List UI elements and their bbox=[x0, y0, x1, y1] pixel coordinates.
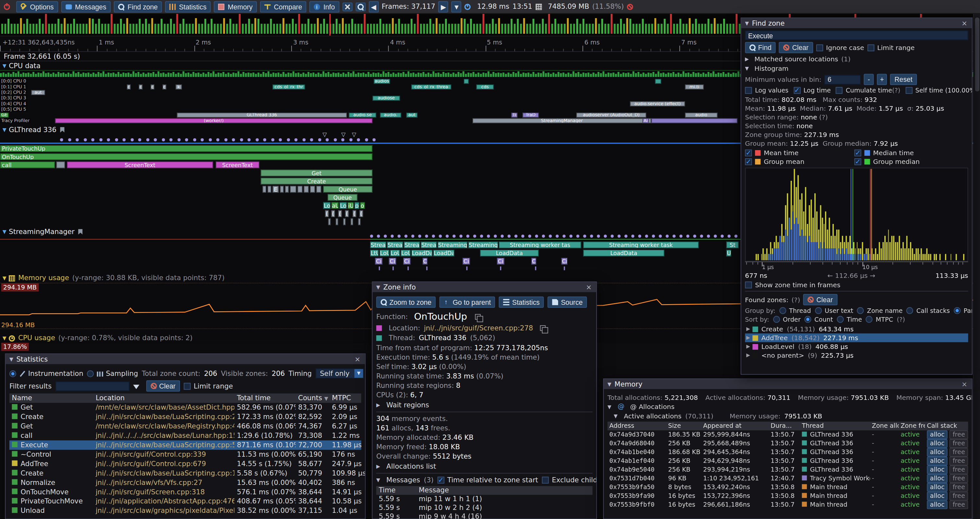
message-dot[interactable] bbox=[645, 235, 648, 238]
message-dot[interactable] bbox=[318, 138, 321, 142]
zoom-search-button[interactable] bbox=[355, 2, 366, 11]
message-dot[interactable] bbox=[263, 138, 266, 142]
pin-icon[interactable] bbox=[60, 127, 65, 133]
statistics-button[interactable]: Statistics bbox=[499, 297, 544, 308]
zone-bar[interactable]: cds bbox=[476, 85, 494, 89]
message-dot[interactable] bbox=[404, 235, 407, 238]
cpu-data-section-header[interactable]: ▼ CPU data bbox=[3, 62, 41, 70]
frame-dropdown-button[interactable]: ▼ bbox=[452, 1, 461, 12]
zone-bar[interactable]: c bbox=[162, 85, 166, 89]
message-dot[interactable] bbox=[652, 235, 655, 238]
find-zone-titlebar[interactable]: ▼ Find zone × bbox=[741, 18, 972, 28]
collapse-icon[interactable]: ▼ bbox=[376, 284, 380, 290]
sampling-radio[interactable]: Sampling bbox=[87, 369, 138, 377]
found-zone-group[interactable]: ▶ Create (54,131) 643.34 ms bbox=[745, 324, 968, 333]
zone-bar[interactable] bbox=[655, 79, 661, 84]
zone-bar[interactable]: Streaming worker task bbox=[583, 241, 699, 248]
close-icon[interactable]: × bbox=[585, 283, 592, 291]
zone-bar[interactable]: LoadDaU bbox=[411, 250, 433, 256]
zone-bar[interactable]: Ti bbox=[511, 113, 517, 118]
zone-bar[interactable]: LoU bbox=[379, 250, 390, 256]
zone-bar[interactable] bbox=[310, 186, 315, 192]
message-dot[interactable] bbox=[370, 235, 373, 238]
message-dot[interactable] bbox=[563, 235, 566, 238]
zone-bar[interactable]: Streaming bbox=[438, 241, 468, 248]
memory-allocation-row[interactable]: 0x74a9d37040 186.35 KB 295,999,844ns 13:… bbox=[608, 430, 968, 439]
alloc-callstack-button[interactable]: alloc bbox=[927, 500, 948, 509]
alloc-callstack-button[interactable]: alloc bbox=[927, 430, 948, 439]
zone-bar[interactable]: Ci bbox=[562, 258, 568, 265]
memory-plot-header[interactable]: ▼ Memory usage (y-range: 30.88 KB, visib… bbox=[3, 274, 225, 282]
message-dot[interactable] bbox=[294, 138, 298, 142]
statistics-table-row[interactable]: Normalize jni/../jni/src/claw/vfs/Vfs.cp… bbox=[10, 478, 361, 487]
message-dot[interactable] bbox=[365, 138, 368, 142]
zone-bar[interactable] bbox=[267, 186, 271, 192]
message-dot[interactable] bbox=[604, 235, 607, 238]
zone-bar[interactable]: c bbox=[151, 85, 154, 89]
alloc-callstack-button[interactable]: alloc bbox=[927, 465, 948, 474]
free-callstack-button[interactable]: free bbox=[950, 430, 968, 439]
zone-bar[interactable]: Ci bbox=[375, 258, 382, 265]
options-button[interactable]: Options bbox=[16, 1, 58, 12]
log-values-checkbox[interactable]: Log values bbox=[745, 87, 788, 94]
zone-bar[interactable]: cds_ol_rx_threa bbox=[411, 85, 451, 89]
message-dot[interactable] bbox=[201, 138, 204, 142]
message-dot[interactable] bbox=[123, 138, 126, 142]
histogram-toggle[interactable]: ▼Histogram bbox=[745, 65, 968, 72]
zone-bar[interactable]: U bbox=[726, 250, 731, 256]
zone-bar[interactable]: Ci bbox=[497, 258, 504, 265]
zone-bar[interactable]: ( bbox=[325, 210, 329, 217]
zone-bar[interactable] bbox=[262, 186, 266, 192]
zone-bar[interactable]: iU bbox=[348, 202, 354, 209]
message-dot[interactable] bbox=[666, 235, 669, 238]
free-callstack-button[interactable]: free bbox=[950, 448, 968, 457]
zone-bar[interactable] bbox=[290, 186, 296, 192]
message-dot[interactable] bbox=[247, 138, 251, 142]
message-dot[interactable] bbox=[287, 138, 290, 142]
main-scrollbar[interactable] bbox=[973, 14, 980, 519]
message-dot[interactable] bbox=[398, 235, 401, 238]
message-dot[interactable] bbox=[154, 138, 157, 142]
statistics-table-row[interactable]: OnTouchMove jni/../jni/src/guif/Screen.c… bbox=[10, 487, 361, 497]
zone-bar[interactable] bbox=[651, 118, 737, 123]
message-dot[interactable] bbox=[357, 138, 360, 142]
found-zone-group[interactable]: ▶ LoadLevel (18) 406.88 µs bbox=[745, 342, 968, 351]
collapse-icon[interactable]: ▼ bbox=[3, 63, 6, 69]
funnel-icon[interactable] bbox=[133, 384, 139, 388]
zone-bar[interactable]: Ci bbox=[463, 258, 470, 265]
alloc-callstack-button[interactable]: alloc bbox=[927, 448, 948, 457]
message-dot[interactable] bbox=[224, 138, 228, 142]
message-dot[interactable] bbox=[452, 235, 456, 238]
message-dot[interactable] bbox=[576, 235, 579, 238]
reset-button[interactable]: Reset bbox=[890, 73, 917, 85]
message-dot[interactable] bbox=[255, 138, 258, 142]
message-dot[interactable] bbox=[76, 138, 79, 142]
zone-bar[interactable]: LoadData bbox=[583, 250, 665, 256]
info-button[interactable]: Info bbox=[310, 1, 339, 12]
self-time-checkbox[interactable]: Self time (100.00%) bbox=[905, 87, 972, 94]
limit-range-checkbox[interactable]: Limit range bbox=[867, 44, 915, 51]
zone-bar[interactable]: audioserver (AudioOut_D) bbox=[576, 113, 646, 118]
message-dot[interactable] bbox=[501, 235, 504, 238]
timing-combo[interactable]: Self only▼ bbox=[315, 368, 364, 378]
free-callstack-button[interactable]: free bbox=[950, 500, 968, 509]
message-dot[interactable] bbox=[555, 235, 559, 238]
zone-bar[interactable]: Lo bbox=[339, 202, 347, 209]
zone-bar[interactable]: ScreenText bbox=[216, 161, 259, 168]
clear-button[interactable]: Clear bbox=[779, 42, 813, 53]
collapse-icon[interactable]: ▼ bbox=[3, 229, 6, 234]
zone-bar[interactable]: GE bbox=[0, 113, 9, 118]
message-dot[interactable] bbox=[494, 235, 497, 238]
active-allocations-toggle[interactable]: ▼ Active allocations (70,311) Memory usa… bbox=[608, 412, 968, 420]
message-dot[interactable] bbox=[232, 138, 235, 142]
zone-bar[interactable] bbox=[316, 186, 321, 192]
message-dot[interactable] bbox=[508, 235, 511, 238]
zone-bar[interactable]: E bbox=[272, 186, 278, 192]
found-zone-group[interactable]: ▶ <no parent> (9) 225.73 µs bbox=[745, 351, 968, 359]
messages-table-header[interactable]: Time Message bbox=[376, 486, 592, 495]
message-dot[interactable] bbox=[391, 235, 394, 238]
find-zone-histogram[interactable] bbox=[745, 168, 968, 262]
zone-bar[interactable]: ( bbox=[359, 210, 363, 217]
zone-bar[interactable]: Ai bbox=[643, 118, 649, 123]
cpu-plot-header[interactable]: ▼ CPU usage (y-range: 0.78%, visible dat… bbox=[3, 334, 192, 342]
